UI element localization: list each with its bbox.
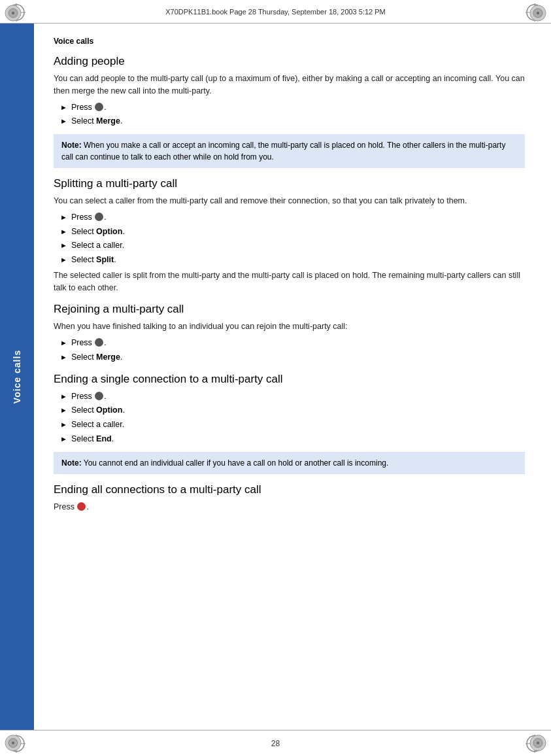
heading-ending-single: Ending a single connection to a multi-pa… — [54, 373, 525, 386]
deco-circle-tl — [4, 4, 22, 22]
arrow-icon: ► — [60, 240, 67, 251]
bullet-text: Press . — [71, 101, 107, 114]
section-ending-all: Ending all connections to a multi-party … — [54, 483, 525, 513]
note-label: Note: — [61, 458, 82, 468]
note-adding-people: Note: When you make a call or accept an … — [54, 134, 525, 168]
heading-rejoining: Rejoining a multi-party call — [54, 303, 525, 316]
bullet-text: Press . — [71, 390, 107, 403]
bullet-adding-2: ► Select Merge. — [60, 115, 525, 128]
bullet-splitting-4: ► Select Split. — [60, 254, 525, 266]
section-rejoining: Rejoining a multi-party call When you ha… — [54, 303, 525, 363]
arrow-icon: ► — [60, 226, 67, 237]
circle-button-icon — [95, 103, 103, 111]
arrow-icon: ► — [60, 116, 67, 127]
page-number: 28 — [271, 739, 280, 748]
bullet-rejoining-1: ► Press . — [60, 337, 525, 349]
header-text: X70DPK11B1.book Page 28 Thursday, Septem… — [165, 8, 386, 16]
note-label: Note: — [61, 141, 82, 150]
bullet-rejoining-2: ► Select Merge. — [60, 351, 525, 364]
heading-ending-all: Ending all connections to a multi-party … — [54, 483, 525, 496]
bullet-ending-single-2: ► Select Option. — [60, 404, 525, 417]
sidebar: Voice calls — [0, 24, 34, 730]
deco-circle-tr — [529, 4, 547, 22]
circle-button-icon — [95, 392, 103, 400]
bullets-ending-single: ► Press . ► Select Option. ► Select a ca… — [60, 390, 525, 445]
arrow-icon: ► — [60, 337, 67, 349]
deco-circle-br — [529, 734, 547, 752]
after-text-splitting: The selected caller is split from the mu… — [54, 269, 525, 294]
section-adding-people: Adding people You can add people to the … — [54, 55, 525, 168]
svg-point-18 — [12, 12, 14, 14]
arrow-icon: ► — [60, 212, 67, 223]
body-ending-all: Press . — [54, 501, 525, 513]
arrow-icon: ► — [60, 254, 67, 266]
body-rejoining: When you have finished talking to an ind… — [54, 320, 525, 333]
section-label: Voice calls — [54, 37, 525, 46]
bullet-text: Press . — [71, 337, 107, 349]
heading-adding-people: Adding people — [54, 55, 525, 68]
sidebar-label: Voice calls — [12, 350, 22, 404]
arrow-icon: ► — [60, 102, 67, 113]
end-button-icon — [77, 502, 86, 511]
arrow-icon: ► — [60, 434, 67, 445]
section-splitting: Splitting a multi-party call You can sel… — [54, 177, 525, 294]
circle-button-icon — [95, 213, 103, 221]
arrow-icon: ► — [60, 419, 67, 430]
bullet-text: Select End. — [71, 433, 114, 445]
bullet-text: Select a caller. — [71, 239, 124, 252]
body-adding-people: You can add people to the multi-party ca… — [54, 73, 525, 97]
bullet-text: Select a caller. — [71, 419, 124, 431]
svg-point-27 — [537, 742, 539, 744]
bullets-splitting: ► Press . ► Select Option. ► Select a ca… — [60, 211, 525, 266]
bullet-text: Select Split. — [71, 254, 116, 266]
bullets-rejoining: ► Press . ► Select Merge. — [60, 337, 525, 364]
heading-splitting: Splitting a multi-party call — [54, 177, 525, 190]
deco-circle-bl — [4, 734, 22, 752]
page-header: X70DPK11B1.book Page 28 Thursday, Septem… — [0, 0, 551, 24]
bullet-text: Select Option. — [71, 404, 125, 417]
arrow-icon: ► — [60, 352, 67, 363]
note-text: When you make a call or accept an incomi… — [61, 141, 505, 162]
note-text: You cannot end an individual caller if y… — [82, 458, 389, 468]
arrow-icon: ► — [60, 405, 67, 416]
page-footer: 28 — [0, 730, 551, 756]
body-splitting: You can select a caller from the multi-p… — [54, 195, 525, 207]
bullet-adding-1: ► Press . — [60, 101, 525, 114]
svg-point-24 — [12, 742, 14, 744]
main-content: Voice calls Adding people You can add pe… — [34, 24, 551, 730]
bullet-splitting-2: ► Select Option. — [60, 226, 525, 238]
bullet-splitting-1: ► Press . — [60, 211, 525, 224]
bullet-ending-single-4: ► Select End. — [60, 433, 525, 445]
bullets-adding-people: ► Press . ► Select Merge. — [60, 101, 525, 128]
bullet-ending-single-1: ► Press . — [60, 390, 525, 403]
bullet-text: Select Merge. — [71, 351, 123, 364]
svg-point-21 — [537, 12, 539, 14]
bullet-ending-single-3: ► Select a caller. — [60, 419, 525, 431]
arrow-icon: ► — [60, 391, 67, 402]
bullet-text: Select Merge. — [71, 115, 123, 128]
note-ending-single: Note: You cannot end an individual calle… — [54, 452, 525, 474]
section-ending-single: Ending a single connection to a multi-pa… — [54, 373, 525, 474]
bullet-text: Press . — [71, 211, 107, 224]
bullet-splitting-3: ► Select a caller. — [60, 239, 525, 252]
circle-button-icon — [95, 338, 103, 347]
bullet-text: Select Option. — [71, 226, 125, 238]
